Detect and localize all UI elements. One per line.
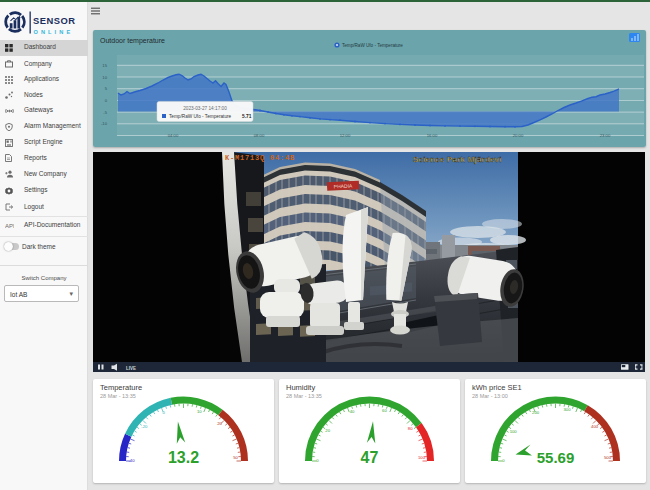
svg-text:LIVE: LIVE: [126, 366, 136, 371]
svg-text:80: 80: [408, 426, 413, 431]
svg-text:20: 20: [217, 421, 222, 426]
svg-text:-20: -20: [141, 424, 148, 429]
svg-text:API: API: [5, 223, 14, 229]
svg-text:300: 300: [564, 407, 572, 412]
svg-text:10: 10: [197, 409, 202, 414]
svg-text:Humidity: Humidity: [286, 383, 315, 392]
svg-text:K-M1713Q 04:4B: K-M1713Q 04:4B: [225, 154, 295, 162]
svg-text:16:00: 16:00: [427, 133, 438, 138]
svg-text:23:00: 23:00: [600, 133, 611, 138]
svg-text:40: 40: [350, 409, 355, 414]
svg-text:20:00: 20:00: [513, 133, 524, 138]
svg-text:kWh price SE1: kWh price SE1: [472, 383, 522, 392]
svg-text:SENSOR: SENSOR: [33, 15, 76, 26]
svg-text:Outdoor temperature: Outdoor temperature: [100, 37, 165, 45]
svg-text:Temp/RaW Ufo - Temperature: Temp/RaW Ufo - Temperature: [342, 43, 403, 48]
svg-text:400: 400: [591, 424, 599, 429]
svg-text:28 Mar - 13:35: 28 Mar - 13:35: [100, 393, 136, 399]
svg-text:04:00: 04:00: [168, 133, 179, 138]
svg-text:2023-03-27 14:17:00: 2023-03-27 14:17:00: [183, 106, 227, 111]
svg-text:-10: -10: [101, 121, 108, 126]
svg-text:13.2: 13.2: [168, 449, 199, 466]
svg-text:0: 0: [502, 458, 505, 463]
svg-text:15: 15: [102, 63, 107, 68]
svg-text:100: 100: [418, 455, 426, 460]
svg-text:Temp/RaW Ufo - Temperature: Temp/RaW Ufo - Temperature: [169, 114, 232, 119]
svg-text:-40: -40: [128, 458, 135, 463]
svg-text:0: 0: [316, 458, 319, 463]
svg-text:PHADIA: PHADIA: [334, 182, 354, 189]
svg-text:200: 200: [532, 410, 540, 415]
svg-text:12:00: 12:00: [340, 133, 351, 138]
svg-text:08:00: 08:00: [254, 133, 265, 138]
svg-text:50: 50: [233, 455, 238, 460]
svg-text:20: 20: [325, 428, 330, 433]
svg-text:500: 500: [604, 455, 612, 460]
svg-text:5.71: 5.71: [242, 114, 252, 119]
svg-text:60: 60: [382, 408, 387, 413]
svg-text:100: 100: [510, 429, 518, 434]
svg-text:ONLINE: ONLINE: [34, 29, 74, 35]
svg-text:28 Mar - 13:35: 28 Mar - 13:35: [286, 393, 322, 399]
svg-text:Temperature: Temperature: [100, 383, 142, 392]
svg-text:0: 0: [162, 410, 165, 415]
svg-text:28 Mar - 13:00: 28 Mar - 13:00: [472, 393, 508, 399]
svg-text:10: 10: [102, 75, 107, 80]
svg-text:Science Park Mjärdevi: Science Park Mjärdevi: [413, 155, 502, 164]
svg-text:55.69: 55.69: [537, 449, 575, 466]
svg-text:47: 47: [361, 449, 379, 466]
